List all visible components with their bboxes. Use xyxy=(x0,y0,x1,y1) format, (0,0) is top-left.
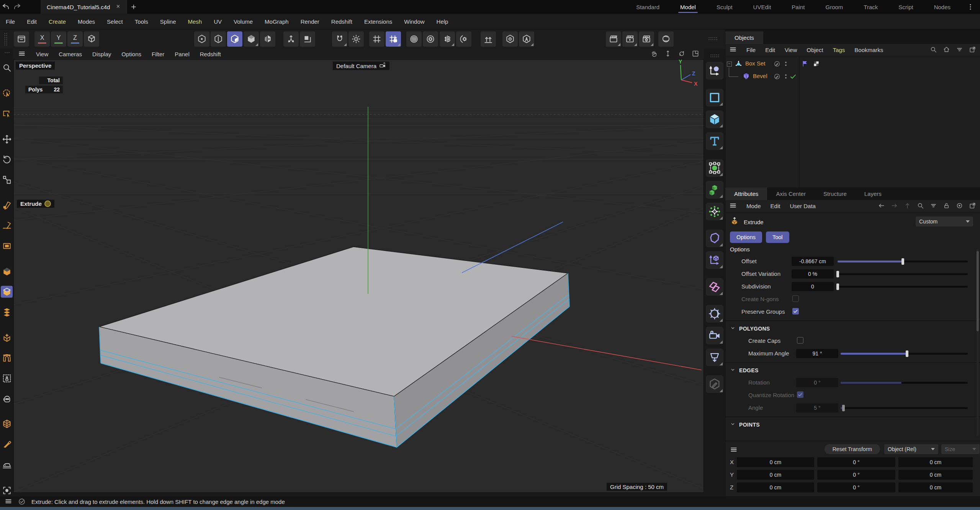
viewport-orbit-icon[interactable] xyxy=(678,50,686,59)
objects-menu-view[interactable]: View xyxy=(785,47,797,53)
lock-x-axis-button[interactable]: X xyxy=(34,31,50,47)
attr-search-icon[interactable] xyxy=(917,202,924,210)
menu-file[interactable]: File xyxy=(6,18,15,25)
viewport-menu-filter[interactable]: Filter xyxy=(152,51,164,57)
param-value-field[interactable]: 5 ° xyxy=(796,403,838,412)
param-slider[interactable] xyxy=(838,261,968,262)
layout-tab-track[interactable]: Track xyxy=(853,0,888,14)
generator-check-icon[interactable] xyxy=(790,73,797,81)
points-mode-button[interactable] xyxy=(194,31,209,47)
size-dropdown[interactable]: Size xyxy=(941,444,980,454)
param-value-field[interactable]: 91 ° xyxy=(796,349,838,358)
slider-handle[interactable] xyxy=(836,284,839,290)
viewport-menu-display[interactable]: Display xyxy=(92,51,111,57)
render-settings-button[interactable] xyxy=(639,31,654,47)
menu-render[interactable]: Render xyxy=(301,18,319,25)
viewport-hamburger-icon[interactable] xyxy=(18,50,26,59)
rotate-tool-button[interactable] xyxy=(1,153,13,165)
expander-icon[interactable]: − xyxy=(727,62,732,67)
extrude-tool-button[interactable] xyxy=(1,266,13,277)
lights-button[interactable] xyxy=(706,305,723,323)
polygon-groups-button[interactable] xyxy=(1,240,13,252)
layout-tab-uvedit[interactable]: UVEdit xyxy=(743,0,782,14)
param-checkbox[interactable] xyxy=(797,337,803,344)
coord-field[interactable]: 0 cm xyxy=(898,482,973,492)
param-checkbox[interactable] xyxy=(797,391,803,398)
commander-button[interactable] xyxy=(1,62,13,73)
tree-row-box-set[interactable]: −Box Set xyxy=(725,58,980,70)
param-slider[interactable] xyxy=(838,286,968,288)
weight-tool-button[interactable] xyxy=(1,372,13,384)
iron-tool-button[interactable] xyxy=(1,459,13,471)
layout-tab-model[interactable]: Model xyxy=(670,0,706,14)
menu-redshift[interactable]: Redshift xyxy=(331,18,352,25)
param-slider[interactable] xyxy=(838,273,968,275)
new-tab-icon[interactable] xyxy=(127,0,140,13)
coord-field[interactable]: 0 cm xyxy=(737,457,814,467)
history-back-icon[interactable] xyxy=(878,202,885,210)
preset-dropdown[interactable]: Custom xyxy=(916,217,973,226)
scale-tool-button[interactable] xyxy=(1,174,13,186)
scene-objects-button[interactable] xyxy=(706,349,723,366)
subdivision-surface-button[interactable] xyxy=(706,159,723,177)
attr-tab-attributes[interactable]: Attributes xyxy=(725,187,767,200)
smooth-shift-button[interactable] xyxy=(1,332,13,344)
section-header-edges[interactable]: EDGES xyxy=(725,364,980,376)
viewport-menu-panel[interactable]: Panel xyxy=(175,51,189,57)
coordinate-mode-dropdown[interactable]: Object (Rel) xyxy=(884,444,938,454)
matrix-extrude-button[interactable] xyxy=(1,306,13,318)
polygon-pen-button[interactable] xyxy=(1,199,13,211)
objects-hamburger-icon[interactable] xyxy=(729,46,737,54)
attr-tab-axis-center[interactable]: Axis Center xyxy=(767,187,815,200)
viewport-menu-redshift[interactable]: Redshift xyxy=(200,51,221,57)
coord-field[interactable]: 0 cm xyxy=(898,457,973,467)
lock-y-axis-button[interactable]: Y xyxy=(51,31,66,47)
menu-uv[interactable]: UV xyxy=(214,18,222,25)
coord-field[interactable]: 0 cm xyxy=(737,470,814,480)
param-checkbox[interactable] xyxy=(792,295,799,302)
visibility-dots-icon[interactable] xyxy=(782,73,789,81)
auto-mode-button[interactable] xyxy=(519,31,534,47)
section-header-points[interactable]: POINTS xyxy=(725,419,980,431)
slider-handle[interactable] xyxy=(901,258,904,265)
viewport-maximize-icon[interactable] xyxy=(692,50,699,59)
layout-tab-paint[interactable]: Paint xyxy=(781,0,815,14)
phong-tag-icon[interactable] xyxy=(801,60,809,69)
viewport-menu-view[interactable]: View xyxy=(36,51,48,57)
mograph-cloner-button[interactable] xyxy=(706,278,723,296)
deformers-button[interactable] xyxy=(706,230,723,247)
objects-menu-bookmarks[interactable]: Bookmarks xyxy=(854,47,883,53)
mode-button-tool[interactable]: Tool xyxy=(766,231,789,243)
document-tab[interactable]: Cinema4D_Tutorial5.c4d xyxy=(41,0,127,14)
spline-pen-button[interactable] xyxy=(1,220,13,231)
left-palette-grip[interactable] xyxy=(4,52,10,53)
viewport-canvas[interactable]: Y Z X Perspective Default Camera Total P… xyxy=(13,59,704,493)
close-tab-icon[interactable] xyxy=(115,3,121,10)
objects-menu-file[interactable]: File xyxy=(746,47,756,53)
lock-z-axis-button[interactable]: Z xyxy=(67,31,83,47)
model-mode-button[interactable] xyxy=(244,31,259,47)
section-header-options[interactable]: Options xyxy=(725,243,980,255)
live-selection-button[interactable] xyxy=(1,87,13,99)
layout-overflow-icon[interactable] xyxy=(964,0,977,13)
coord-field[interactable]: 0 cm xyxy=(898,470,973,480)
extrude-inner-tool-button[interactable] xyxy=(1,286,13,298)
menu-mesh[interactable]: Mesh xyxy=(188,18,202,25)
spline-primitives-button[interactable] xyxy=(706,89,723,106)
undo-icon[interactable] xyxy=(0,1,11,13)
coord-field[interactable]: 0 ° xyxy=(817,482,895,492)
attr-menu-edit[interactable]: Edit xyxy=(771,203,780,209)
mode-button-options[interactable]: Options xyxy=(730,231,762,243)
navigation-tool-button[interactable] xyxy=(706,62,723,80)
attr-tab-layers[interactable]: Layers xyxy=(856,187,890,200)
menu-extensions[interactable]: Extensions xyxy=(364,18,392,25)
layout-tab-script[interactable]: Script xyxy=(888,0,923,14)
param-checkbox[interactable] xyxy=(792,308,799,314)
objects-menu-tags[interactable]: Tags xyxy=(833,47,845,53)
make-editable-button[interactable] xyxy=(14,31,29,47)
annotate-button[interactable] xyxy=(706,375,723,393)
history-forward-icon[interactable] xyxy=(891,202,898,210)
object-label[interactable]: Box Set xyxy=(745,60,766,67)
tool-widget-icon[interactable] xyxy=(44,200,51,207)
layout-tab-groom[interactable]: Groom xyxy=(815,0,854,14)
